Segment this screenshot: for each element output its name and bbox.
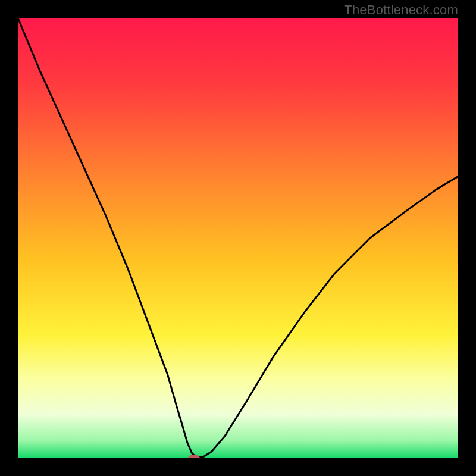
chart-svg [18,18,458,458]
gradient-background [18,18,458,458]
plot-area [18,18,458,458]
watermark-text: TheBottleneck.com [344,2,458,18]
chart-frame: TheBottleneck.com [0,0,476,476]
